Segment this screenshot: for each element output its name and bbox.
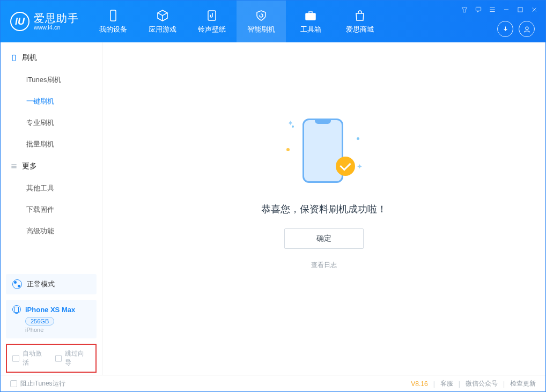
logo-text: 爱思助手 www.i4.cn xyxy=(34,12,79,31)
sidebar-item-advanced[interactable]: 高级功能 xyxy=(1,220,102,242)
checkbox-icon xyxy=(10,380,17,387)
svg-rect-0 xyxy=(110,10,116,21)
list-icon xyxy=(10,162,18,170)
tab-apps-games[interactable]: 应用游戏 xyxy=(138,1,187,42)
checkbox-label: 阻止iTunes运行 xyxy=(20,379,65,388)
svg-rect-2 xyxy=(306,13,315,20)
maximize-icon[interactable] xyxy=(517,6,524,13)
tab-label: 我的设备 xyxy=(99,25,127,34)
header-action-circles xyxy=(497,21,535,37)
bag-icon xyxy=(353,9,366,22)
feedback-icon[interactable] xyxy=(475,6,482,13)
view-log-link[interactable]: 查看日志 xyxy=(311,261,337,270)
footer-right: V8.16 | 客服 | 微信公众号 | 检查更新 xyxy=(411,379,536,388)
group-title: 更多 xyxy=(22,161,37,171)
svg-rect-13 xyxy=(12,55,16,61)
phone-icon xyxy=(107,9,120,22)
close-icon[interactable] xyxy=(530,6,538,13)
app-header: iU 爱思助手 www.i4.cn 我的设备 应用游戏 铃声壁纸 智能刷机 工具… xyxy=(1,1,545,42)
group-title: 刷机 xyxy=(22,53,37,63)
checkbox-label: 跳过向导 xyxy=(65,349,90,367)
sidebar-item-batch-flash[interactable]: 批量刷机 xyxy=(1,134,102,155)
tab-store[interactable]: 爱思商城 xyxy=(335,1,385,42)
sidebar-item-itunes-flash[interactable]: iTunes刷机 xyxy=(1,69,102,91)
logo-icon: iU xyxy=(10,12,29,31)
sparkle-icon: ✦ xyxy=(357,162,363,171)
download-button[interactable] xyxy=(497,21,513,37)
app-body: 刷机 iTunes刷机 一键刷机 专业刷机 批量刷机 更多 其他工具 下载固件 … xyxy=(1,42,545,375)
mode-box[interactable]: 正常模式 xyxy=(6,274,97,294)
phone-graphic xyxy=(302,119,343,183)
tab-smart-flash[interactable]: 智能刷机 xyxy=(237,1,286,42)
separator: | xyxy=(503,380,505,388)
separator: | xyxy=(433,380,435,388)
device-name: iPhone XS Max xyxy=(25,306,75,314)
svg-rect-3 xyxy=(309,12,312,13)
checkbox-skip-guide[interactable]: 跳过向导 xyxy=(55,349,91,367)
music-file-icon xyxy=(205,9,218,22)
main-content: ✦ ✦ 恭喜您，保资料刷机成功啦！ 确定 查看日志 xyxy=(102,42,545,375)
dot-icon xyxy=(357,137,359,140)
tab-my-device[interactable]: 我的设备 xyxy=(88,1,138,42)
sidebar-scroll: 刷机 iTunes刷机 一键刷机 专业刷机 批量刷机 更多 其他工具 下载固件 … xyxy=(1,42,102,274)
checkmark-circle-icon xyxy=(336,157,355,176)
tab-label: 爱思商城 xyxy=(346,25,374,34)
menu-icon[interactable] xyxy=(489,6,496,13)
version-label: V8.16 xyxy=(411,380,427,388)
svg-rect-4 xyxy=(476,7,481,11)
ok-button[interactable]: 确定 xyxy=(284,228,364,249)
svg-point-12 xyxy=(526,27,528,29)
sidebar-group-flash: 刷机 xyxy=(1,47,102,69)
window-controls xyxy=(461,6,538,13)
customer-service-link[interactable]: 客服 xyxy=(440,379,453,388)
tab-toolbox[interactable]: 工具箱 xyxy=(286,1,335,42)
cube-icon xyxy=(156,9,169,22)
svg-rect-1 xyxy=(208,11,216,20)
dot-icon xyxy=(286,148,290,151)
separator: | xyxy=(459,380,460,388)
tab-ringtone-wallpaper[interactable]: 铃声壁纸 xyxy=(187,1,237,42)
storage-badge: 256GB xyxy=(25,317,54,326)
tab-label: 铃声壁纸 xyxy=(198,25,226,34)
user-button[interactable] xyxy=(519,21,535,37)
minimize-icon[interactable] xyxy=(503,6,510,13)
sidebar-item-oneclick-flash[interactable]: 一键刷机 xyxy=(1,91,102,112)
svg-rect-9 xyxy=(518,8,522,12)
sidebar-item-download-firmware[interactable]: 下载固件 xyxy=(1,199,102,220)
checkbox-auto-activate[interactable]: 自动激活 xyxy=(12,349,48,367)
checkbox-block-itunes[interactable]: 阻止iTunes运行 xyxy=(10,379,65,388)
checkbox-icon xyxy=(12,355,19,362)
sidebar-item-other-tools[interactable]: 其他工具 xyxy=(1,177,102,199)
sidebar-bottom: 正常模式 iPhone XS Max 256GB iPhone 自动激活 跳过向… xyxy=(1,274,102,375)
tab-label: 智能刷机 xyxy=(247,25,275,34)
app-url: www.i4.cn xyxy=(34,24,79,31)
tab-label: 应用游戏 xyxy=(149,25,176,34)
footer: 阻止iTunes运行 V8.16 | 客服 | 微信公众号 | 检查更新 xyxy=(1,375,545,392)
success-illustration: ✦ ✦ xyxy=(286,116,361,186)
briefcase-icon xyxy=(304,9,317,22)
check-update-link[interactable]: 检查更新 xyxy=(510,379,536,388)
sidebar-group-more: 更多 xyxy=(1,155,102,177)
wechat-link[interactable]: 微信公众号 xyxy=(466,379,498,388)
device-type: iPhone xyxy=(25,327,90,333)
sidebar-item-pro-flash[interactable]: 专业刷机 xyxy=(1,112,102,134)
tshirt-icon[interactable] xyxy=(461,6,468,13)
logo: iU 爱思助手 www.i4.cn xyxy=(10,12,79,31)
highlighted-options: 自动激活 跳过向导 xyxy=(6,344,97,373)
sidebar: 刷机 iTunes刷机 一键刷机 专业刷机 批量刷机 更多 其他工具 下载固件 … xyxy=(1,42,102,375)
main-tabs: 我的设备 应用游戏 铃声壁纸 智能刷机 工具箱 爱思商城 xyxy=(88,1,385,42)
mode-label: 正常模式 xyxy=(27,279,55,289)
checkbox-icon xyxy=(55,355,62,362)
refresh-shield-icon xyxy=(255,9,268,22)
mode-icon xyxy=(12,279,22,289)
device-box[interactable]: iPhone XS Max 256GB iPhone xyxy=(6,300,97,338)
app-name: 爱思助手 xyxy=(34,12,79,24)
device-phone-icon xyxy=(12,305,21,314)
tab-label: 工具箱 xyxy=(300,25,321,34)
success-message: 恭喜您，保资料刷机成功啦！ xyxy=(261,203,387,216)
device-icon xyxy=(10,54,18,62)
checkbox-label: 自动激活 xyxy=(23,349,48,367)
dot-icon xyxy=(292,125,294,128)
